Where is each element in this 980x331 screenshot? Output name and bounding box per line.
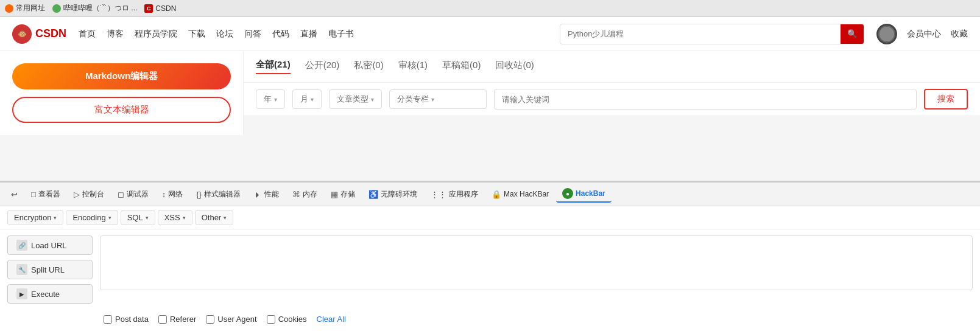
category-filter[interactable]: 分类专栏 ▾ <box>389 89 487 109</box>
tab-label-common: 常用网址 <box>16 3 45 13</box>
tab-bilibili[interactable]: 哔哩哔哩（˙ˇ˙）つロ ... <box>52 3 137 13</box>
tab-icon-site <box>5 4 13 13</box>
filter-row: 年 ▾ 月 ▾ 文章类型 ▾ 分类专栏 ▾ 搜索 <box>244 83 980 116</box>
nav-links: 首页 博客 程序员学院 下载 论坛 问答 代码 直播 电子书 <box>79 29 354 40</box>
avatar-image <box>878 26 895 43</box>
nav-ebook[interactable]: 电子书 <box>328 29 354 40</box>
article-type-filter[interactable]: 文章类型 ▾ <box>329 89 382 109</box>
nav-live[interactable]: 直播 <box>300 29 317 40</box>
nav-forum[interactable]: 论坛 <box>216 29 233 40</box>
browser-tab-bar: 常用网址 哔哩哔哩（˙ˇ˙）つロ ... C CSDN <box>0 0 980 17</box>
article-type-label: 文章类型 <box>337 94 368 105</box>
tab-private[interactable]: 私密(0) <box>354 60 383 74</box>
csdn-search-input[interactable] <box>560 29 841 38</box>
csdn-navbar: 🐵 CSDN 首页 博客 程序员学院 下载 论坛 问答 代码 直播 电子书 🔍 … <box>0 17 980 51</box>
csdn-search-button[interactable]: 🔍 <box>841 24 864 44</box>
nav-home[interactable]: 首页 <box>79 29 96 40</box>
tab-recycle[interactable]: 回收站(0) <box>495 60 534 74</box>
nav-academy[interactable]: 程序员学院 <box>135 29 177 40</box>
collect-link[interactable]: 收藏 <box>951 29 968 40</box>
main-right: 全部(21) 公开(20) 私密(0) 审核(1) 草稿箱(0) 回收站(0) … <box>244 51 980 135</box>
markdown-editor-button[interactable]: Markdown编辑器 <box>12 63 231 89</box>
nav-code[interactable]: 代码 <box>272 29 289 40</box>
month-filter[interactable]: 月 ▾ <box>292 89 322 109</box>
tab-icon-csdn: C <box>144 4 153 13</box>
search-icon: 🔍 <box>847 29 858 38</box>
keyword-input[interactable] <box>494 89 917 110</box>
richtext-editor-button[interactable]: 富文本编辑器 <box>12 97 231 123</box>
csdn-search-bar: 🔍 <box>560 24 864 44</box>
tab-csdn[interactable]: C CSDN <box>144 4 176 13</box>
tab-review[interactable]: 审核(1) <box>398 60 428 74</box>
user-avatar[interactable] <box>876 24 897 44</box>
tab-draft[interactable]: 草稿箱(0) <box>442 60 481 74</box>
year-filter-label: 年 <box>264 94 272 105</box>
csdn-logo-text: CSDN <box>35 27 66 40</box>
search-button[interactable]: 搜索 <box>924 89 968 110</box>
content-wrapper: Markdown编辑器 富文本编辑器 全部(21) 公开(20) 私密(0) 审… <box>0 51 980 135</box>
tab-public[interactable]: 公开(20) <box>305 60 340 74</box>
category-chevron-icon: ▾ <box>431 96 434 103</box>
csdn-logo-icon: 🐵 <box>12 24 32 44</box>
month-chevron-icon: ▾ <box>311 96 314 103</box>
tab-common-sites[interactable]: 常用网址 <box>5 3 45 13</box>
month-filter-label: 月 <box>300 94 308 105</box>
tab-all[interactable]: 全部(21) <box>256 59 291 74</box>
member-center-link[interactable]: 会员中心 <box>907 29 941 40</box>
tab-label-csdn: CSDN <box>155 4 176 13</box>
nav-blog[interactable]: 博客 <box>107 29 124 40</box>
csdn-logo[interactable]: 🐵 CSDN <box>12 24 66 44</box>
tab-icon-bilibili <box>52 4 61 13</box>
year-chevron-icon: ▾ <box>274 96 277 103</box>
nav-right: 会员中心 收藏 <box>876 24 968 44</box>
category-label: 分类专栏 <box>397 94 429 105</box>
nav-qa[interactable]: 问答 <box>244 29 261 40</box>
article-type-chevron-icon: ▾ <box>371 96 374 103</box>
left-editor-panel: Markdown编辑器 富文本编辑器 <box>0 51 244 135</box>
article-tabs-bar: 全部(21) 公开(20) 私密(0) 审核(1) 草稿箱(0) 回收站(0) <box>244 51 980 83</box>
year-filter[interactable]: 年 ▾ <box>256 89 285 109</box>
tab-label-bilibili: 哔哩哔哩（˙ˇ˙）つロ ... <box>63 3 137 13</box>
nav-download[interactable]: 下载 <box>188 29 205 40</box>
